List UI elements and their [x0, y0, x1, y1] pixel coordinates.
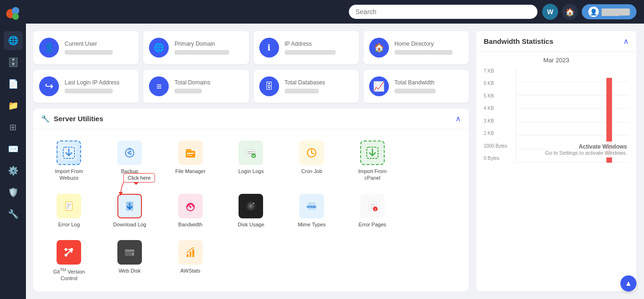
- cron-job-icon: [299, 141, 324, 165]
- git-label: GitTM VersionControl: [53, 267, 85, 282]
- current-user-icon: 👤: [39, 38, 59, 58]
- total-bandwidth-value: [395, 89, 436, 93]
- total-domains-card: ≡ Total Domains: [143, 70, 248, 103]
- svg-rect-54: [192, 249, 194, 257]
- chart-y-labels: 7 KB 6 KB 5 KB 4 KB 3 KB 2 KB 1000 Bytes…: [484, 68, 512, 163]
- download-log-icon: [117, 194, 142, 218]
- web-disk-btn[interactable]: Web Disk: [102, 236, 158, 285]
- svg-rect-49: [125, 249, 134, 251]
- utility-grid-row2: Error Log Click here Download Log: [41, 190, 461, 232]
- mime-types-icon: MIME: [299, 194, 324, 218]
- bandwidth-header: Bandwidth Statistics ∧: [476, 31, 636, 52]
- click-here-badge: Click here: [124, 173, 155, 183]
- mime-types-btn[interactable]: MIME Mime Types: [284, 190, 340, 232]
- wordpress-icon-btn[interactable]: W: [542, 4, 558, 20]
- svg-rect-11: [186, 151, 195, 158]
- bandwidth-collapse-btn[interactable]: ∧: [623, 37, 629, 46]
- sidebar-item-settings[interactable]: ⚙️: [4, 161, 23, 180]
- mime-types-label: Mime Types: [298, 221, 326, 228]
- home-directory-icon: 🏠: [369, 38, 389, 58]
- sidebar: 🌐 🗄️ 📄 📁 ⊞ ✉️ ⚙️ 🛡️ 🔧: [0, 0, 26, 299]
- wrench-icon: 🔧: [41, 115, 50, 123]
- disk-usage-icon: [239, 194, 263, 218]
- activate-windows-overlay: Activate Windows Go to Settings to activ…: [543, 141, 629, 158]
- svg-rect-53: [190, 251, 191, 257]
- user-menu-btn[interactable]: 👤 ████: [582, 4, 636, 19]
- sidebar-item-shield[interactable]: 🛡️: [4, 183, 23, 202]
- total-bandwidth-label: Total Bandwidth: [395, 79, 463, 86]
- sidebar-item-database[interactable]: 🗄️: [4, 53, 23, 72]
- cron-job-btn[interactable]: Cron Job: [284, 137, 340, 185]
- import-webuzo-btn[interactable]: Import FromWebuzo: [41, 137, 97, 185]
- download-log-btn[interactable]: Click here Download Log: [102, 190, 158, 232]
- panel-collapse-btn[interactable]: ∧: [455, 114, 461, 123]
- svg-point-30: [190, 206, 191, 208]
- chart-area: 7 KB 6 KB 5 KB 4 KB 3 KB 2 KB 1000 Bytes…: [484, 68, 629, 163]
- awstats-btn[interactable]: AWStats: [162, 236, 218, 285]
- home-icon-btn[interactable]: 🏠: [562, 4, 578, 20]
- home-directory-value: [395, 50, 453, 55]
- info-cards-row1: 👤 Current User 🌐 Primary Domain ℹ: [33, 31, 469, 64]
- svg-point-34: [250, 205, 252, 207]
- svg-point-9: [128, 148, 131, 150]
- sidebar-item-wrench[interactable]: 🔧: [4, 205, 23, 224]
- bandwidth-btn[interactable]: Bandwidth: [162, 190, 218, 232]
- bandwidth-label: Bandwidth: [178, 221, 202, 228]
- login-logs-btn[interactable]: Login Logs: [223, 137, 279, 185]
- svg-point-44: [65, 254, 67, 257]
- error-pages-icon: !: [360, 194, 385, 218]
- main-area: W 🏠 👤 ████ 👤 Current User: [26, 0, 644, 299]
- awstats-label: AWStats: [181, 267, 200, 274]
- info-cards-row2: ↪ Last Login IP Address ≡ Total Domains …: [33, 70, 469, 103]
- sidebar-item-globe[interactable]: 🌐: [4, 31, 23, 50]
- home-directory-card: 🏠 Home Directory: [363, 31, 469, 64]
- error-pages-btn[interactable]: ! Error Pages: [345, 190, 401, 232]
- current-user-card: 👤 Current User: [33, 31, 139, 64]
- scroll-top-button[interactable]: ▲: [620, 275, 636, 291]
- last-login-ip-card: ↪ Last Login IP Address: [33, 70, 139, 103]
- ip-address-card: ℹ IP Address: [254, 31, 359, 64]
- bandwidth-body: Mar 2023 7 KB 6 KB 5 KB 4 KB 3 KB 2 KB 1…: [476, 52, 636, 167]
- chart-bars: Activate Windows Go to Settings to activ…: [516, 68, 629, 163]
- error-log-icon: [57, 194, 81, 218]
- last-login-ip-icon: ↪: [39, 76, 59, 96]
- current-user-value: [65, 50, 113, 55]
- primary-domain-icon: 🌐: [149, 38, 169, 58]
- sidebar-item-file[interactable]: 📄: [4, 75, 23, 93]
- bandwidth-icon: [178, 194, 203, 218]
- git-btn[interactable]: GitTM VersionControl: [41, 236, 97, 285]
- last-login-ip-label: Last Login IP Address: [65, 79, 133, 86]
- svg-rect-14: [187, 155, 192, 156]
- sidebar-item-mail[interactable]: ✉️: [4, 140, 23, 158]
- total-databases-icon: 🗄: [259, 76, 279, 96]
- bandwidth-title: Bandwidth Statistics: [484, 37, 553, 45]
- svg-text:MIME: MIME: [307, 205, 317, 209]
- disk-usage-label: Disk Usage: [238, 221, 264, 228]
- backup-icon: [117, 141, 142, 165]
- svg-rect-13: [187, 153, 194, 154]
- ip-address-icon: ℹ: [259, 38, 279, 58]
- left-panel: 👤 Current User 🌐 Primary Domain ℹ: [33, 31, 469, 291]
- search-bar[interactable]: [349, 5, 537, 19]
- import-cpanel-icon: [360, 141, 385, 165]
- import-cpanel-btn[interactable]: Import FromcPanel: [345, 137, 401, 185]
- content: 👤 Current User 🌐 Primary Domain ℹ: [26, 24, 644, 299]
- primary-domain-card: 🌐 Primary Domain: [143, 31, 248, 64]
- svg-point-46: [65, 248, 67, 251]
- disk-usage-btn[interactable]: Disk Usage: [223, 190, 279, 232]
- ip-address-label: IP Address: [285, 41, 353, 47]
- svg-rect-52: [187, 254, 189, 257]
- file-manager-btn[interactable]: File Manager: [162, 137, 218, 185]
- sidebar-item-grid[interactable]: ⊞: [4, 118, 23, 137]
- total-databases-label: Total Databases: [285, 79, 353, 86]
- error-log-btn[interactable]: Error Log: [41, 190, 97, 232]
- right-panel: Bandwidth Statistics ∧ Mar 2023 7 KB 6 K…: [476, 31, 636, 291]
- total-domains-label: Total Domains: [174, 79, 243, 86]
- login-logs-label: Login Logs: [239, 168, 264, 174]
- search-input[interactable]: [349, 5, 537, 19]
- utility-grid-row1: Import FromWebuzo Backup F: [41, 137, 461, 185]
- svg-point-17: [251, 153, 256, 158]
- import-cpanel-label: Import FromcPanel: [358, 168, 387, 182]
- sidebar-item-folder[interactable]: 📁: [4, 96, 23, 115]
- server-utilities-title: 🔧 Server Utilities: [41, 115, 103, 123]
